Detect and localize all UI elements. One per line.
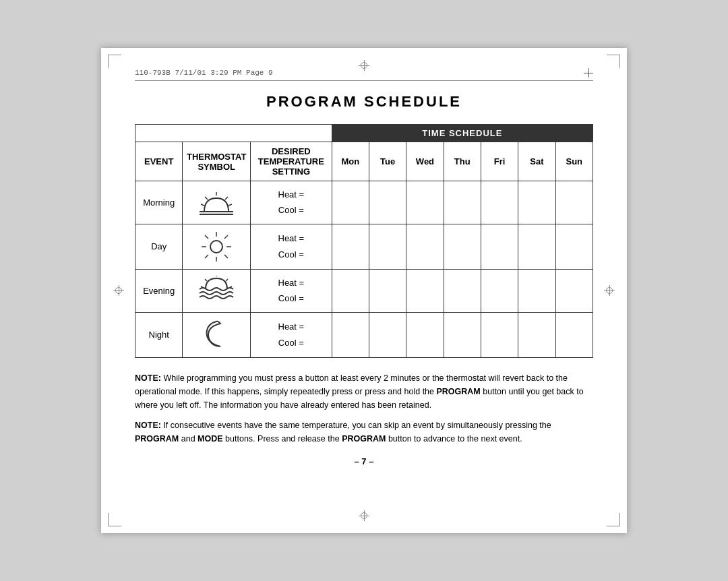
sun-icon [200,230,233,264]
symbol-day [183,224,251,269]
morning-tue [369,181,406,224]
notes-section: NOTE: While programming you must press a… [135,371,593,446]
event-evening: Evening [135,269,183,312]
svg-line-4 [205,197,208,200]
svg-line-3 [225,197,228,200]
day-tue [369,224,406,269]
sunset-icon [196,276,237,306]
note-2-text3: buttons. Press and release the [225,434,342,444]
reg-mark-top [359,60,369,71]
corner-mark-br [607,513,620,526]
svg-line-13 [224,255,228,258]
temp-day: Heat = Cool = [250,224,332,269]
event-day: Day [135,224,183,269]
night-wed [406,312,444,357]
schedule-table: TIME SCHEDULE EVENT THERMOSTATSYMBOL DES… [135,124,593,358]
evening-sun [555,269,593,312]
note-2-bold-mode: MODE [198,434,223,444]
page-number: – 7 – [135,456,593,466]
time-schedule-header: TIME SCHEDULE [332,125,593,142]
evening-thu [444,269,481,312]
svg-line-6 [201,204,204,206]
temp-night: Heat = Cool = [250,312,332,357]
note-2-text: If consecutive events have the same temp… [163,421,551,430]
col-mon: Mon [332,142,369,181]
table-row: Day [135,224,593,269]
col-event: EVENT [135,142,183,181]
day-fri [481,224,518,269]
page: 110-793B 7/11/01 3:29 PM Page 9 PROGRAM … [101,48,627,533]
sunrise-icon [196,189,237,216]
day-wed [406,224,444,269]
temp-evening: Heat = Cool = [250,269,332,312]
day-thu [444,224,481,269]
col-thu: Thu [444,142,481,181]
note-1: NOTE: While programming you must press a… [135,371,593,412]
moon-icon [202,318,232,352]
header-crosshair [584,68,593,78]
col-wed: Wed [406,142,444,181]
evening-wed [406,269,444,312]
svg-line-5 [229,204,232,206]
morning-sat [518,181,555,224]
svg-line-15 [205,255,208,258]
col-sun: Sun [555,142,593,181]
note-2-bold-prefix: NOTE: [135,421,161,430]
empty-header [135,125,332,142]
corner-mark-tl [108,55,121,68]
note-2-bold-program2: PROGRAM [342,434,386,444]
reg-mark-bottom [359,510,369,521]
col-tue: Tue [369,142,406,181]
reg-mark-left [113,285,124,296]
night-tue [369,312,406,357]
col-sat: Sat [518,142,555,181]
night-thu [444,312,481,357]
morning-wed [406,181,444,224]
corner-mark-tr [607,55,620,68]
evening-sat [518,269,555,312]
night-mon [332,312,369,357]
svg-line-17 [226,279,228,281]
morning-fri [481,181,518,224]
symbol-evening [183,269,251,312]
time-schedule-row: TIME SCHEDULE [135,125,593,142]
morning-mon [332,181,369,224]
event-morning: Morning [135,181,183,224]
note-2-text2: and [181,434,198,444]
symbol-morning [183,181,251,224]
note-2-text4: button to advance to the next event. [388,434,522,444]
note-2: NOTE: If consecutive events have the sam… [135,419,593,446]
note-2-bold-program: PROGRAM [135,434,179,444]
symbol-night [183,312,251,357]
svg-line-12 [205,235,208,239]
table-row: Night Heat = Cool = [135,312,593,357]
corner-mark-bl [108,513,121,526]
day-mon [332,224,369,269]
evening-tue [369,269,406,312]
day-sun [555,224,593,269]
col-desired-temp: DESIREDTEMPERATURESETTING [250,142,332,181]
note-1-bold-program: PROGRAM [436,387,480,396]
night-fri [481,312,518,357]
morning-thu [444,181,481,224]
reg-mark-right [604,285,615,296]
morning-sun [555,181,593,224]
page-title: PROGRAM SCHEDULE [135,93,593,111]
table-row: Morning [135,181,593,224]
svg-point-7 [210,241,222,253]
svg-line-14 [224,235,228,239]
day-sat [518,224,555,269]
col-fri: Fri [481,142,518,181]
column-headers-row: EVENT THERMOSTATSYMBOL DESIREDTEMPERATUR… [135,142,593,181]
evening-mon [332,269,369,312]
header-text: 110-793B 7/11/01 3:29 PM Page 9 [135,69,273,77]
night-sat [518,312,555,357]
temp-morning: Heat = Cool = [250,181,332,224]
night-sun [555,312,593,357]
crosshair-icon [584,68,593,78]
note-1-bold-prefix: NOTE: [135,373,161,383]
table-row: Evening [135,269,593,312]
svg-line-18 [205,279,207,281]
evening-fri [481,269,518,312]
col-thermostat-symbol: THERMOSTATSYMBOL [183,142,251,181]
